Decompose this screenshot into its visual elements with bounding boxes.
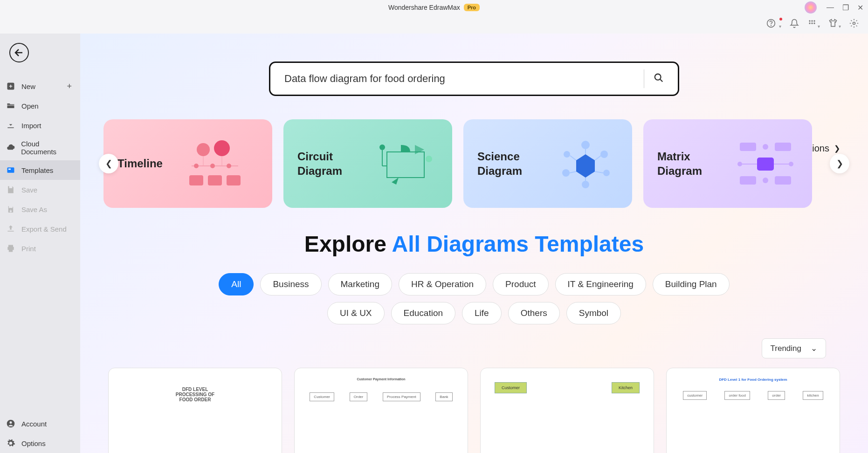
svg-rect-28 — [387, 152, 424, 178]
filter-hr[interactable]: HR & Operation — [399, 273, 486, 295]
svg-point-18 — [194, 164, 199, 168]
template-node: Customer — [310, 392, 334, 401]
sidebar-label-account: Account — [21, 420, 47, 428]
sidebar-item-saveas: Save As — [0, 199, 80, 219]
category-carousel: ❮ Timeline Circuit Diagram Science Diagr… — [103, 119, 845, 208]
filter-all[interactable]: All — [219, 273, 254, 295]
sidebar-item-account[interactable]: Account — [0, 414, 80, 433]
svg-point-3 — [811, 20, 813, 21]
templates-icon — [6, 165, 16, 175]
apps-icon[interactable]: ▾ — [807, 19, 820, 30]
bell-icon[interactable] — [790, 19, 799, 30]
sidebar-label-templates: Templates — [21, 166, 53, 174]
sidebar-label-import: Import — [21, 122, 41, 130]
top-toolbar: ▾ ▾ ▾ — [0, 15, 868, 34]
filter-uiux[interactable]: UI & UX — [327, 302, 385, 324]
sidebar-item-new[interactable]: New + — [0, 76, 80, 96]
filter-others[interactable]: Others — [508, 302, 560, 324]
sidebar-item-save: Save — [0, 180, 80, 199]
save-icon — [6, 185, 16, 195]
svg-point-37 — [564, 151, 570, 158]
import-icon — [6, 120, 16, 130]
account-icon — [6, 419, 16, 429]
titlebar: Wondershare EdrawMax Pro — ❐ ✕ — [0, 0, 868, 15]
filter-life[interactable]: Life — [462, 302, 502, 324]
settings-icon[interactable] — [849, 19, 859, 30]
sidebar-item-import[interactable]: Import — [0, 116, 80, 135]
carousel-next-button[interactable]: ❯ — [830, 154, 849, 173]
back-button[interactable] — [9, 43, 29, 62]
shirt-icon[interactable]: ▾ — [828, 19, 841, 30]
template-text: Customer Payment Information — [304, 378, 458, 381]
timeline-illustration — [172, 138, 258, 189]
sidebar-label-saveas: Save As — [21, 206, 47, 213]
filter-marketing[interactable]: Marketing — [328, 273, 392, 295]
template-card[interactable]: DFD Level 1 for Food Ordering system cus… — [666, 368, 840, 453]
sidebar-item-options[interactable]: Options — [0, 433, 80, 453]
category-card-timeline[interactable]: Timeline — [103, 119, 272, 208]
category-card-circuit[interactable]: Circuit Diagram — [283, 119, 452, 208]
template-text: DFD Level 1 for Food Ordering system — [676, 378, 830, 382]
svg-point-50 — [789, 162, 793, 166]
svg-point-26 — [379, 144, 385, 150]
filter-education[interactable]: Education — [391, 302, 456, 324]
template-node: kitchen — [803, 391, 823, 400]
template-node: Bank — [435, 392, 452, 401]
sidebar-label-options: Options — [21, 439, 46, 447]
template-text: PROCESSING OF — [118, 392, 272, 397]
add-icon[interactable]: + — [67, 82, 75, 91]
svg-point-34 — [603, 170, 610, 176]
svg-point-7 — [813, 22, 815, 24]
search-input[interactable] — [284, 73, 634, 85]
search-divider — [644, 69, 644, 88]
svg-point-35 — [582, 181, 589, 188]
template-node: customer — [683, 391, 707, 400]
svg-point-53 — [763, 178, 768, 183]
svg-point-8 — [853, 22, 855, 24]
template-card[interactable]: Customer Kitchen — [480, 368, 654, 453]
sidebar-item-templates[interactable]: Templates — [0, 160, 80, 180]
filter-pills: All Business Marketing HR & Operation Pr… — [194, 273, 754, 324]
app-title: Wondershare EdrawMax — [388, 4, 460, 11]
filter-it[interactable]: IT & Engineering — [555, 273, 646, 295]
svg-point-5 — [809, 22, 810, 24]
template-text: FOOD ORDER — [118, 397, 272, 402]
svg-point-16 — [214, 140, 230, 156]
sort-select[interactable]: Trending ⌄ — [762, 338, 826, 358]
search-icon[interactable] — [654, 73, 664, 85]
maximize-icon[interactable]: ❐ — [842, 3, 849, 12]
help-icon[interactable]: ▾ — [766, 19, 781, 30]
template-node: Kitchen — [612, 382, 640, 393]
filter-building[interactable]: Building Plan — [653, 273, 730, 295]
svg-rect-25 — [227, 175, 241, 185]
carousel-prev-button[interactable]: ❮ — [99, 154, 118, 173]
minimize-icon[interactable]: — — [827, 3, 834, 12]
search-box[interactable] — [269, 62, 679, 96]
category-card-matrix[interactable]: Matrix Diagram — [643, 119, 812, 208]
filter-product[interactable]: Product — [493, 273, 548, 295]
close-icon[interactable]: ✕ — [857, 3, 863, 12]
svg-rect-47 — [757, 158, 774, 171]
filter-symbol[interactable]: Symbol — [566, 302, 621, 324]
saveas-icon — [6, 204, 16, 214]
svg-point-20 — [227, 164, 231, 168]
template-node: Customer — [495, 382, 527, 393]
sidebar-label-open: Open — [21, 102, 39, 110]
notification-dot — [779, 18, 782, 21]
svg-rect-52 — [740, 176, 756, 185]
svg-point-32 — [581, 141, 590, 149]
category-card-science[interactable]: Science Diagram — [463, 119, 632, 208]
svg-line-43 — [570, 156, 576, 160]
svg-point-33 — [600, 151, 608, 158]
category-label: Circuit Diagram — [297, 149, 364, 178]
explore-heading: Explore All Diagrams Templates — [103, 231, 845, 257]
svg-marker-31 — [576, 154, 595, 178]
user-avatar[interactable] — [805, 1, 817, 14]
template-card[interactable]: Customer Payment Information Customer Or… — [294, 368, 468, 453]
sidebar-item-open[interactable]: Open — [0, 96, 80, 116]
filter-business[interactable]: Business — [260, 273, 321, 295]
gear-icon — [6, 438, 16, 448]
template-card[interactable]: DFD LEVEL PROCESSING OF FOOD ORDER — [108, 368, 282, 453]
svg-point-2 — [809, 20, 810, 21]
sidebar-item-cloud[interactable]: Cloud Documents — [0, 135, 80, 160]
